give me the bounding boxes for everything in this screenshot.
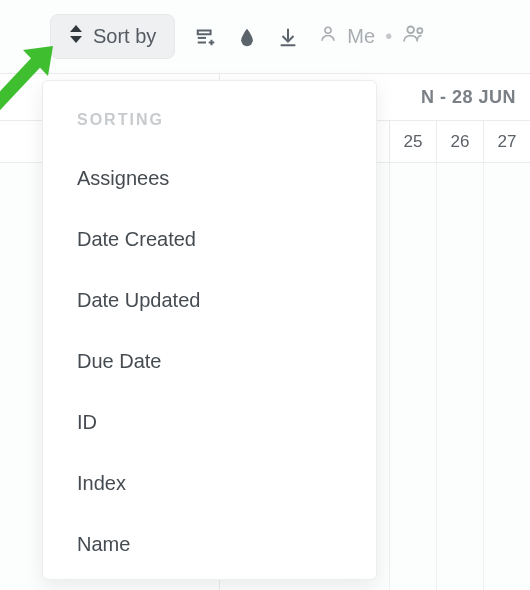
day-cell[interactable]: 25	[389, 121, 436, 162]
day-cell[interactable]: 26	[436, 121, 483, 162]
me-label: Me	[347, 25, 375, 48]
sort-arrows-icon	[69, 25, 83, 48]
sort-option-assignees[interactable]: Assignees	[43, 149, 376, 210]
sort-option-due-date[interactable]: Due Date	[43, 332, 376, 393]
drop-icon[interactable]	[237, 26, 257, 48]
svg-point-2	[418, 28, 423, 33]
svg-point-1	[408, 27, 415, 34]
download-icon[interactable]	[277, 26, 299, 48]
day-cell[interactable]: 27	[483, 121, 530, 162]
sort-option-name[interactable]: Name	[43, 515, 376, 576]
separator-dot: •	[385, 25, 392, 48]
grid-column	[436, 163, 483, 590]
dropdown-heading: SORTING	[43, 105, 376, 149]
sort-option-id[interactable]: ID	[43, 393, 376, 454]
toolbar: Sort by Me •	[0, 0, 530, 73]
sort-by-button[interactable]: Sort by	[50, 14, 175, 59]
grid-column	[483, 163, 530, 590]
sort-by-label: Sort by	[93, 25, 156, 48]
me-filter[interactable]: Me •	[319, 24, 426, 49]
people-icon[interactable]	[402, 24, 426, 49]
group-icon[interactable]	[195, 26, 217, 48]
grid-column	[389, 163, 436, 590]
sort-option-index[interactable]: Index	[43, 454, 376, 515]
svg-point-0	[325, 27, 331, 33]
sort-option-date-created[interactable]: Date Created	[43, 210, 376, 271]
sort-dropdown: SORTING Assignees Date Created Date Upda…	[42, 80, 377, 580]
person-icon	[319, 24, 337, 49]
sort-option-date-updated[interactable]: Date Updated	[43, 271, 376, 332]
